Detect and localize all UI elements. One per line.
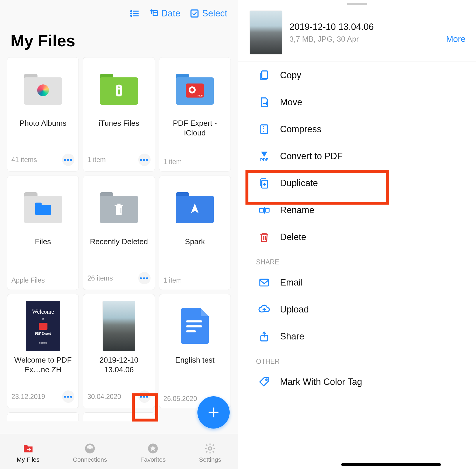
action-upload[interactable]: Upload xyxy=(238,296,476,323)
select-label: Select xyxy=(202,8,227,19)
action-color-tag[interactable]: Mark With Color Tag xyxy=(238,368,476,395)
sheet-title: 2019-12-10 13.04.06 xyxy=(289,22,374,32)
tile-name: English test xyxy=(175,355,214,375)
tab-favorites[interactable]: Favorites xyxy=(140,443,166,463)
action-rename[interactable]: Rename xyxy=(238,197,476,224)
tab-my-files[interactable]: My Files xyxy=(17,443,40,463)
svg-rect-11 xyxy=(117,208,118,213)
svg-rect-10 xyxy=(118,89,120,94)
file-english-test[interactable]: English test 26.05.2020 xyxy=(159,294,231,408)
action-label: Delete xyxy=(280,232,306,242)
section-label-share: SHARE xyxy=(238,251,476,269)
folder-icon: PDF xyxy=(176,63,214,115)
tile-meta: 26 items xyxy=(87,274,113,282)
tab-label: Favorites xyxy=(140,456,166,463)
tab-label: Connections xyxy=(73,456,107,463)
file-thumbnail xyxy=(250,11,282,55)
action-label: Copy xyxy=(280,70,301,81)
tile-meta: 30.04.2020 xyxy=(87,393,121,401)
svg-rect-6 xyxy=(153,11,158,16)
svg-point-5 xyxy=(131,15,132,16)
tile-name: iTunes Files xyxy=(98,118,139,138)
svg-text:PDF: PDF xyxy=(260,157,268,162)
tile-meta: 41 items xyxy=(11,156,37,164)
svg-point-3 xyxy=(131,11,132,11)
tile-partial xyxy=(83,412,155,421)
tab-bar: My Files Connections Favorites Settings xyxy=(0,434,238,469)
svg-point-31 xyxy=(266,379,267,380)
action-label: Mark With Color Tag xyxy=(280,377,362,387)
more-button[interactable]: ••• xyxy=(138,154,151,166)
tile-meta: 1 item xyxy=(163,158,182,166)
svg-rect-21 xyxy=(261,125,267,134)
add-button[interactable] xyxy=(197,396,230,429)
svg-rect-25 xyxy=(266,208,269,212)
tile-name: Photo Albums xyxy=(19,118,66,138)
tile-meta: 23.12.2019 xyxy=(11,393,45,401)
action-label: Duplicate xyxy=(280,178,318,188)
folder-pdf-expert-icloud[interactable]: PDF PDF Expert - iCloud 1 item xyxy=(159,57,231,171)
action-label: Email xyxy=(280,277,303,288)
file-photo-2019-12-10[interactable]: 2019-12-10 13.04.06 30.04.2020 ••• xyxy=(83,294,155,408)
top-toolbar: Date Select xyxy=(0,0,238,22)
folder-icon xyxy=(100,181,138,234)
svg-point-17 xyxy=(89,448,91,449)
sort-label: Date xyxy=(161,8,180,19)
more-button[interactable]: ••• xyxy=(138,272,151,284)
folder-spark[interactable]: Spark 1 item xyxy=(159,176,231,290)
tile-name: Spark xyxy=(185,237,205,256)
tile-meta: 1 item xyxy=(163,276,182,284)
view-mode-button[interactable] xyxy=(130,9,139,18)
file-icon xyxy=(181,300,209,352)
section-label-other: OTHER xyxy=(238,350,476,368)
tile-name: 2019-12-10 13.04.06 xyxy=(87,355,150,375)
action-label: Move xyxy=(280,97,302,108)
sheet-subtitle: 3,7 MB, JPG, 30 Apr xyxy=(289,35,374,44)
folder-icon xyxy=(24,63,62,115)
folder-icon xyxy=(100,63,138,115)
file-grid: Photo Albums 41 items ••• iTunes Files 1… xyxy=(0,57,238,408)
tile-meta: 1 item xyxy=(87,156,106,164)
sheet-drag-handle[interactable] xyxy=(347,3,367,5)
tile-meta: Apple Files xyxy=(11,276,45,284)
action-move[interactable]: Move xyxy=(238,89,476,116)
action-delete[interactable]: Delete xyxy=(238,224,476,251)
action-share[interactable]: Share xyxy=(238,323,476,350)
action-label: Convert to PDF xyxy=(280,151,343,162)
action-label: Compress xyxy=(280,124,321,135)
files-screen: Date Select My Files Photo Albums 41 ite… xyxy=(0,0,238,469)
action-compress[interactable]: Compress xyxy=(238,116,476,143)
action-convert-to-pdf[interactable]: PDF Convert to PDF xyxy=(238,143,476,170)
svg-rect-24 xyxy=(259,208,264,212)
select-button[interactable]: Select xyxy=(190,8,227,19)
more-button[interactable]: ••• xyxy=(62,154,74,166)
svg-rect-20 xyxy=(262,71,268,79)
more-link[interactable]: More xyxy=(446,34,465,44)
sort-button[interactable]: Date xyxy=(149,8,180,19)
svg-rect-12 xyxy=(119,208,120,213)
svg-rect-29 xyxy=(260,279,269,286)
tab-connections[interactable]: Connections xyxy=(73,443,107,463)
action-duplicate[interactable]: Duplicate xyxy=(238,170,476,197)
more-button[interactable]: ••• xyxy=(138,390,151,403)
more-button[interactable]: ••• xyxy=(62,390,74,403)
tile-name: Welcome to PDF Ex…ne ZH xyxy=(11,355,74,375)
action-sheet: 2019-12-10 13.04.06 3,7 MB, JPG, 30 Apr … xyxy=(238,0,476,469)
svg-rect-8 xyxy=(191,10,198,17)
svg-rect-13 xyxy=(120,208,121,213)
svg-point-4 xyxy=(131,13,132,14)
file-welcome-pdf[interactable]: Welcome to PDF Expert Readdle Welcome to… xyxy=(7,294,79,408)
tile-meta: 26.05.2020 xyxy=(163,395,197,403)
tile-name: PDF Expert - iCloud xyxy=(163,118,226,138)
svg-point-19 xyxy=(209,447,212,450)
sheet-header: 2019-12-10 13.04.06 3,7 MB, JPG, 30 Apr … xyxy=(238,11,476,62)
folder-files[interactable]: Files Apple Files xyxy=(7,176,79,290)
tile-name: Recently Deleted xyxy=(90,237,148,256)
tab-settings[interactable]: Settings xyxy=(199,443,221,463)
action-copy[interactable]: Copy xyxy=(238,62,476,89)
folder-photo-albums[interactable]: Photo Albums 41 items ••• xyxy=(7,57,79,171)
folder-itunes-files[interactable]: iTunes Files 1 item ••• xyxy=(83,57,155,171)
folder-recently-deleted[interactable]: Recently Deleted 26 items ••• xyxy=(83,176,155,290)
action-email[interactable]: Email xyxy=(238,269,476,296)
page-title: My Files xyxy=(0,22,238,57)
